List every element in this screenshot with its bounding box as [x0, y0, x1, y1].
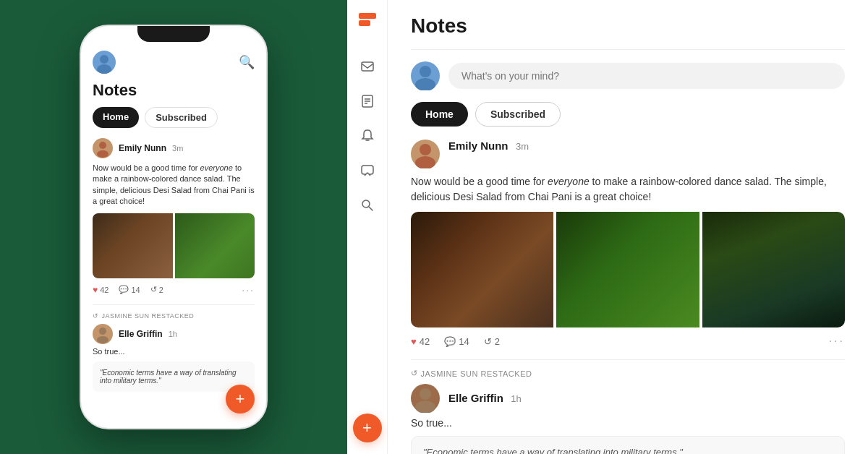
- svg-point-17: [420, 66, 431, 77]
- phone-quote-text: "Economic terms have a way of translatin…: [100, 369, 237, 385]
- sidebar-bell-icon[interactable]: [353, 121, 382, 150]
- compose-row: [411, 61, 845, 90]
- phone-post2-time: 1h: [169, 330, 177, 338]
- main-divider: [411, 359, 845, 360]
- phone-user-avatar: [93, 51, 116, 74]
- sidebar-fab-button[interactable]: +: [353, 414, 382, 442]
- svg-point-1: [97, 64, 111, 74]
- phone-comment-count: 14: [131, 286, 140, 294]
- sidebar: +: [347, 0, 388, 454]
- main-comment-icon: 💬: [444, 336, 456, 347]
- phone-post1-text: Now would be a good time for everyone to…: [93, 163, 255, 207]
- main-comment-count: 14: [459, 336, 469, 347]
- main-tab-bar: Home Subscribed: [411, 102, 845, 127]
- main-post1-time: 3m: [516, 141, 529, 152]
- phone-post1-actions: ♥ 42 💬 14 ↺ 2 ···: [93, 284, 255, 296]
- main-heart-icon: ♥: [411, 336, 417, 347]
- phone-comment-icon: 💬: [119, 285, 129, 294]
- main-post1-images: [411, 212, 845, 327]
- phone-restack-label: ↺ JASMINE SUN RESTACKED: [93, 312, 255, 320]
- phone-post2-text: So true...: [93, 347, 255, 356]
- svg-point-3: [97, 150, 109, 158]
- sidebar-notes-icon[interactable]: [353, 87, 382, 116]
- svg-point-20: [415, 156, 435, 168]
- phone-like-count: 42: [100, 286, 109, 294]
- phone-header: 🔍: [93, 51, 255, 74]
- main-restack-arrow-icon: ↺: [411, 369, 418, 378]
- phone-fab-button[interactable]: +: [226, 385, 255, 414]
- svg-rect-7: [359, 20, 370, 26]
- main-food-img-left: [411, 212, 553, 327]
- phone-restack-icon: ↺: [150, 285, 157, 294]
- main-quote-box: "Economic terms have a way of translatin…: [411, 436, 845, 454]
- svg-point-22: [415, 401, 435, 413]
- main-like-count: 42: [420, 336, 430, 347]
- phone-tab-bar: Home Subscribed: [93, 107, 255, 128]
- main-restack-label-text: JASMINE SUN RESTACKED: [421, 369, 532, 378]
- left-panel: 🔍 Notes Home Subscribed Emily Nunn 3m: [0, 0, 347, 454]
- main-page-title: Notes: [411, 14, 845, 50]
- main-restack-icon: ↺: [484, 336, 492, 347]
- phone-post-card-1: Emily Nunn 3m Now would be a good time f…: [93, 138, 255, 296]
- main-restack-count: 2: [495, 336, 500, 347]
- main-more-icon[interactable]: ···: [829, 335, 845, 348]
- phone-post2-header: Elle Griffin 1h: [93, 324, 255, 344]
- phone-search-icon[interactable]: 🔍: [239, 54, 255, 70]
- sidebar-inbox-icon[interactable]: [353, 52, 382, 81]
- phone-more-icon[interactable]: ···: [242, 284, 255, 296]
- phone-post2-author: Elle Griffin: [119, 329, 163, 339]
- phone-food-image-right: [175, 213, 255, 278]
- svg-point-0: [100, 55, 109, 64]
- svg-point-21: [420, 388, 431, 400]
- phone-post1-images: [93, 213, 255, 278]
- phone-notch: [137, 26, 210, 42]
- main-post2-header: Elle Griffin 1h: [411, 384, 845, 413]
- main-content: Notes Home Subscribed Emily Nunn 3m Now …: [388, 0, 868, 454]
- phone-restack-action[interactable]: ↺ 2: [150, 285, 163, 294]
- main-tab-home[interactable]: Home: [411, 102, 468, 127]
- phone-comment-action[interactable]: 💬 14: [119, 285, 140, 294]
- svg-point-4: [99, 327, 106, 335]
- main-comment-action[interactable]: 💬 14: [444, 336, 469, 347]
- phone-restack-count: 2: [159, 286, 163, 294]
- main-post1-author: Emily Nunn: [448, 140, 509, 152]
- main-food-img-middle: [556, 212, 699, 327]
- compose-avatar: [411, 61, 440, 90]
- main-restack-label: ↺ JASMINE SUN RESTACKED: [411, 369, 845, 378]
- phone-tab-home[interactable]: Home: [93, 107, 139, 128]
- main-quote-text: "Economic terms have a way of translatin…: [423, 447, 683, 454]
- main-post2-author: Elle Griffin: [448, 392, 503, 404]
- sidebar-search-icon[interactable]: [353, 191, 382, 220]
- phone-food-image-left: [93, 213, 173, 278]
- phone-restack-arrow-icon: ↺: [93, 312, 99, 320]
- svg-point-2: [99, 142, 106, 149]
- compose-input[interactable]: [448, 63, 845, 89]
- svg-point-18: [415, 78, 435, 90]
- sidebar-logo[interactable]: [357, 12, 378, 35]
- phone-quote-box: "Economic terms have a way of translatin…: [93, 361, 255, 392]
- sidebar-chat-icon[interactable]: [353, 156, 382, 185]
- phone-mockup: 🔍 Notes Home Subscribed Emily Nunn 3m: [80, 25, 268, 429]
- main-post-card-1: Emily Nunn 3m Now would be a good time f…: [411, 140, 845, 348]
- phone-tab-subscribed[interactable]: Subscribed: [145, 107, 218, 128]
- phone-post2-avatar: [93, 324, 113, 344]
- phone-heart-icon: ♥: [93, 285, 98, 295]
- phone-post1-time: 3m: [172, 144, 183, 153]
- svg-point-5: [97, 336, 109, 343]
- svg-point-19: [420, 144, 431, 155]
- svg-rect-8: [362, 62, 373, 71]
- main-post2-avatar: [411, 384, 440, 413]
- main-tab-subscribed[interactable]: Subscribed: [475, 102, 561, 127]
- main-post2-text: So true...: [411, 417, 845, 429]
- svg-line-16: [369, 207, 373, 210]
- main-post1-text: Now would be a good time for everyone to…: [411, 174, 845, 205]
- phone-like-action[interactable]: ♥ 42: [93, 285, 109, 295]
- main-like-action[interactable]: ♥ 42: [411, 336, 430, 347]
- phone-post1-author: Emily Nunn: [119, 143, 166, 153]
- phone-post1-avatar: [93, 138, 113, 158]
- phone-divider: [93, 304, 255, 305]
- svg-rect-6: [359, 13, 376, 19]
- main-food-img-right: [702, 212, 845, 327]
- main-restack-action[interactable]: ↺ 2: [484, 336, 500, 347]
- main-post1-actions: ♥ 42 💬 14 ↺ 2 ···: [411, 335, 845, 348]
